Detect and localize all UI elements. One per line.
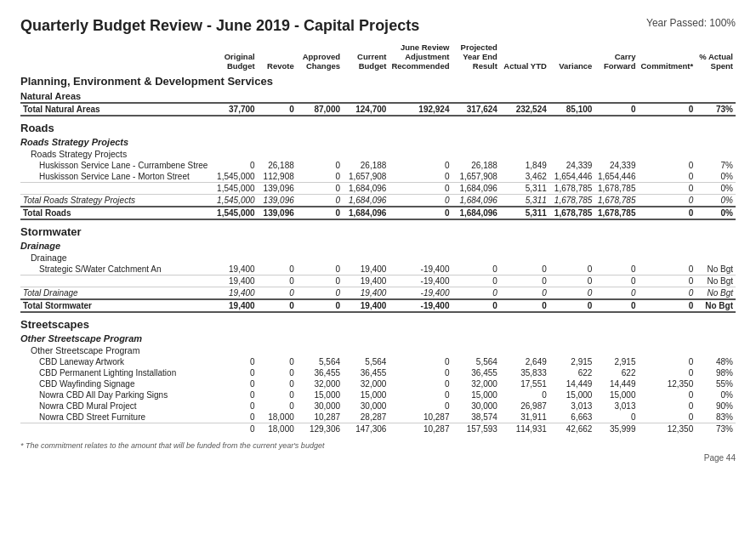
- streetscapes-item-label-5: Nowra CBD Street Furniture: [20, 412, 210, 423]
- drainage-item-0: Strategic S/Water Catchment An 19,400001…: [20, 264, 736, 276]
- planning-header-row: Planning, Environment & Development Serv…: [20, 71, 736, 89]
- stormwater-total-row: Total Stormwater 19,400 0 0 19,400 -19,4…: [20, 299, 736, 312]
- streetscapes-sub-row: Other Streetscape Program: [20, 344, 736, 356]
- streetscapes-sub: Other Streetscape Program: [20, 344, 736, 356]
- roads-strategy-italic-row: Roads Strategy Projects: [20, 136, 736, 148]
- roads-header: Roads: [20, 116, 736, 136]
- natural-areas-total-4: 192,924: [389, 103, 452, 116]
- natural-areas-total-9: 0: [638, 103, 696, 116]
- roads-strategy-total-row: Total Roads Strategy Projects 1,545,0001…: [20, 195, 736, 207]
- natural-areas-total-6: 232,524: [500, 103, 549, 116]
- year-passed: Year Passed: 100%: [646, 17, 736, 29]
- planning-header: Planning, Environment & Development Serv…: [20, 71, 736, 89]
- page-title: Quarterly Budget Review - June 2019 - Ca…: [20, 17, 419, 35]
- stormwater-header: Stormwater: [20, 219, 736, 240]
- streetscapes-item-4: Nowra CBD Mural Project 0030,00030,00003…: [20, 400, 736, 412]
- streetscapes-item-3: Nowra CBD All Day Parking Signs 0015,000…: [20, 389, 736, 400]
- natural-areas-total-row: Total Natural Areas 37,700 0 87,000 124,…: [20, 103, 736, 116]
- natural-areas-header: Natural Areas: [20, 89, 736, 103]
- streetscapes-header: Streetscapes: [20, 312, 736, 332]
- budget-table: OriginalBudget Revote ApprovedChanges Cu…: [20, 42, 736, 435]
- streetscapes-item-label-3: Nowra CBD All Day Parking Signs: [20, 389, 210, 400]
- streetscapes-italic-row: Other Streetscape Program: [20, 332, 736, 344]
- streetscapes-item-0: CBD Laneway Artwork 005,5645,56405,5642,…: [20, 356, 736, 367]
- drainage-item-label-0: Strategic S/Water Catchment An: [20, 264, 210, 276]
- roads-item-label-0: Huskisson Service Lane - Currambene Stre…: [20, 160, 210, 171]
- page-container: Quarterly Budget Review - June 2019 - Ca…: [20, 17, 736, 463]
- streetscapes-item-label-0: CBD Laneway Artwork: [20, 356, 210, 367]
- roads-header-row: Roads: [20, 116, 736, 136]
- natural-areas-header-row: Natural Areas: [20, 89, 736, 103]
- roads-total-row: Total Roads 1,545,000 139,096 0 1,684,09…: [20, 207, 736, 219]
- drainage-total-row: Total Drainage 19,4000019,400-19,4000000…: [20, 287, 736, 300]
- roads-item-label-1: Huskisson Service Lane - Morton Street: [20, 171, 210, 183]
- drainage-sub: Drainage: [20, 252, 736, 264]
- roads-strategy-sub-row: Roads Strategy Projects: [20, 148, 736, 160]
- streetscapes-item-2: CBD Wayfinding Signage 0032,00032,000032…: [20, 378, 736, 389]
- col-header-row: OriginalBudget Revote ApprovedChanges Cu…: [20, 42, 736, 71]
- streetscapes-item-label-4: Nowra CBD Mural Project: [20, 400, 210, 412]
- page-header: Quarterly Budget Review - June 2019 - Ca…: [20, 17, 736, 35]
- natural-areas-total-2: 87,000: [297, 103, 343, 116]
- roads-total-label: Total Roads: [20, 207, 210, 219]
- natural-areas-total-5: 317,624: [452, 103, 500, 116]
- roads-strategy-sub: Roads Strategy Projects: [20, 148, 736, 160]
- roads-item-1: Huskisson Service Lane - Morton Street 1…: [20, 171, 736, 183]
- drainage-italic: Drainage: [20, 240, 736, 252]
- roads-item-2: 1,545,000 139,096 0 1,684,096 0 1,684,09…: [20, 183, 736, 195]
- roads-strategy-total-label: Total Roads Strategy Projects: [20, 195, 210, 207]
- streetscapes-item-1: CBD Permanent Lighting Installation 0036…: [20, 367, 736, 378]
- streetscapes-item-6: 018,000129,306147,30610,287157,593114,93…: [20, 423, 736, 435]
- drainage-italic-row: Drainage: [20, 240, 736, 252]
- natural-areas-total-10: 73%: [696, 103, 736, 116]
- page-number: Page 44: [20, 453, 736, 463]
- natural-areas-total-7: 85,100: [549, 103, 595, 116]
- streetscapes-header-row: Streetscapes: [20, 312, 736, 332]
- natural-areas-total-label: Total Natural Areas: [20, 103, 210, 116]
- drainage-sub-row: Drainage: [20, 252, 736, 264]
- natural-areas-total-1: 0: [258, 103, 297, 116]
- roads-item-0: Huskisson Service Lane - Currambene Stre…: [20, 160, 736, 171]
- natural-areas-total-8: 0: [594, 103, 638, 116]
- streetscapes-item-label-1: CBD Permanent Lighting Installation: [20, 367, 210, 378]
- streetscapes-item-label-2: CBD Wayfinding Signage: [20, 378, 210, 389]
- streetscapes-item-5: Nowra CBD Street Furniture 018,00010,287…: [20, 412, 736, 423]
- drainage-item-1: 19,4000019,400-19,40000000No Bgt: [20, 276, 736, 287]
- natural-areas-total-3: 124,700: [343, 103, 389, 116]
- footnote: * The commitment relates to the amount t…: [20, 441, 736, 450]
- drainage-total-label: Total Drainage: [20, 287, 210, 300]
- roads-strategy-italic: Roads Strategy Projects: [20, 136, 736, 148]
- natural-areas-total-0: 37,700: [210, 103, 257, 116]
- streetscapes-italic: Other Streetscape Program: [20, 332, 736, 344]
- stormwater-total-label: Total Stormwater: [20, 299, 210, 312]
- stormwater-header-row: Stormwater: [20, 219, 736, 240]
